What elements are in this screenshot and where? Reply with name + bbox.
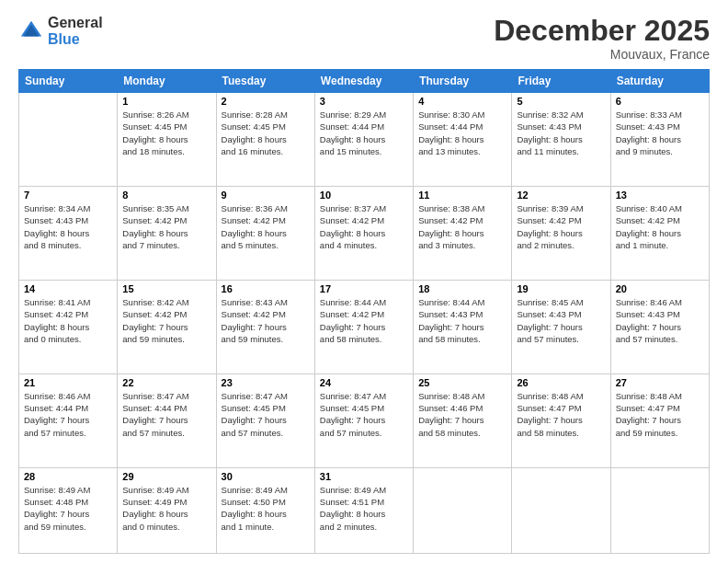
calendar-day-cell: 22Sunrise: 8:47 AM Sunset: 4:44 PM Dayli…: [118, 373, 216, 467]
day-number: 20: [616, 283, 704, 294]
day-number: 27: [616, 377, 704, 388]
logo-general: General: [48, 15, 103, 31]
day-info: Sunrise: 8:39 AM Sunset: 4:42 PM Dayligh…: [517, 202, 605, 251]
day-info: Sunrise: 8:38 AM Sunset: 4:42 PM Dayligh…: [418, 202, 506, 251]
logo: General Blue: [18, 15, 103, 47]
day-info: Sunrise: 8:41 AM Sunset: 4:42 PM Dayligh…: [24, 296, 112, 345]
day-number: 15: [122, 283, 210, 294]
day-number: 16: [222, 283, 310, 294]
calendar-week-row: 7Sunrise: 8:34 AM Sunset: 4:43 PM Daylig…: [19, 187, 710, 281]
day-info: Sunrise: 8:49 AM Sunset: 4:51 PM Dayligh…: [320, 484, 408, 533]
day-number: 21: [24, 377, 112, 388]
day-info: Sunrise: 8:29 AM Sunset: 4:44 PM Dayligh…: [320, 109, 408, 157]
calendar-day-cell: 18Sunrise: 8:44 AM Sunset: 4:43 PM Dayli…: [414, 280, 512, 373]
day-number: 25: [418, 377, 506, 388]
calendar-day-cell: 1Sunrise: 8:26 AM Sunset: 4:45 PM Daylig…: [118, 93, 216, 187]
day-info: Sunrise: 8:45 AM Sunset: 4:43 PM Dayligh…: [517, 296, 605, 345]
weekday-row: SundayMondayTuesdayWednesdayThursdayFrid…: [19, 70, 710, 93]
calendar-day-cell: 5Sunrise: 8:32 AM Sunset: 4:43 PM Daylig…: [512, 93, 610, 187]
calendar-day-cell: 9Sunrise: 8:36 AM Sunset: 4:42 PM Daylig…: [216, 187, 314, 281]
logo-text: General Blue: [48, 15, 103, 47]
logo-icon: [18, 18, 44, 44]
day-number: 18: [418, 283, 506, 294]
calendar-day-cell: 12Sunrise: 8:39 AM Sunset: 4:42 PM Dayli…: [512, 187, 610, 281]
day-info: Sunrise: 8:33 AM Sunset: 4:43 PM Dayligh…: [616, 109, 704, 157]
day-number: 29: [122, 471, 210, 482]
weekday-header: Monday: [118, 70, 216, 93]
calendar-day-cell: 6Sunrise: 8:33 AM Sunset: 4:43 PM Daylig…: [610, 93, 709, 187]
calendar-week-row: 21Sunrise: 8:46 AM Sunset: 4:44 PM Dayli…: [19, 373, 710, 467]
day-number: 7: [24, 190, 112, 201]
calendar-day-cell: 20Sunrise: 8:46 AM Sunset: 4:43 PM Dayli…: [610, 280, 709, 373]
day-info: Sunrise: 8:49 AM Sunset: 4:50 PM Dayligh…: [222, 484, 310, 533]
day-info: Sunrise: 8:48 AM Sunset: 4:47 PM Dayligh…: [517, 390, 605, 439]
calendar-day-cell: 7Sunrise: 8:34 AM Sunset: 4:43 PM Daylig…: [19, 187, 118, 281]
calendar-day-cell: 23Sunrise: 8:47 AM Sunset: 4:45 PM Dayli…: [216, 373, 314, 467]
calendar-day-cell: 11Sunrise: 8:38 AM Sunset: 4:42 PM Dayli…: [414, 187, 512, 281]
calendar-week-row: 1Sunrise: 8:26 AM Sunset: 4:45 PM Daylig…: [19, 93, 710, 187]
calendar-day-cell: [414, 467, 512, 553]
page: General Blue December 2025 Mouvaux, Fran…: [0, 0, 728, 563]
calendar-day-cell: 16Sunrise: 8:43 AM Sunset: 4:42 PM Dayli…: [216, 280, 314, 373]
day-info: Sunrise: 8:40 AM Sunset: 4:42 PM Dayligh…: [616, 202, 704, 251]
day-info: Sunrise: 8:46 AM Sunset: 4:44 PM Dayligh…: [24, 390, 112, 439]
calendar-day-cell: [512, 467, 610, 553]
calendar-body: 1Sunrise: 8:26 AM Sunset: 4:45 PM Daylig…: [19, 93, 710, 554]
day-info: Sunrise: 8:28 AM Sunset: 4:45 PM Dayligh…: [222, 109, 310, 157]
day-info: Sunrise: 8:47 AM Sunset: 4:45 PM Dayligh…: [222, 390, 310, 439]
calendar-day-cell: 10Sunrise: 8:37 AM Sunset: 4:42 PM Dayli…: [314, 187, 413, 281]
day-number: 14: [24, 283, 112, 294]
day-info: Sunrise: 8:46 AM Sunset: 4:43 PM Dayligh…: [616, 296, 704, 345]
day-info: Sunrise: 8:30 AM Sunset: 4:44 PM Dayligh…: [418, 109, 506, 157]
day-info: Sunrise: 8:49 AM Sunset: 4:48 PM Dayligh…: [24, 484, 112, 533]
weekday-header: Sunday: [19, 70, 118, 93]
calendar-day-cell: 29Sunrise: 8:49 AM Sunset: 4:49 PM Dayli…: [118, 467, 216, 553]
calendar-day-cell: [19, 93, 118, 187]
calendar-day-cell: 27Sunrise: 8:48 AM Sunset: 4:47 PM Dayli…: [610, 373, 709, 467]
calendar-day-cell: 8Sunrise: 8:35 AM Sunset: 4:42 PM Daylig…: [118, 187, 216, 281]
calendar-day-cell: 26Sunrise: 8:48 AM Sunset: 4:47 PM Dayli…: [512, 373, 610, 467]
calendar-day-cell: 14Sunrise: 8:41 AM Sunset: 4:42 PM Dayli…: [19, 280, 118, 373]
day-number: 3: [320, 96, 408, 107]
day-info: Sunrise: 8:35 AM Sunset: 4:42 PM Dayligh…: [122, 202, 210, 251]
calendar-day-cell: 28Sunrise: 8:49 AM Sunset: 4:48 PM Dayli…: [19, 467, 118, 553]
month-title: December 2025: [494, 15, 710, 47]
day-info: Sunrise: 8:26 AM Sunset: 4:45 PM Dayligh…: [122, 109, 210, 157]
day-info: Sunrise: 8:32 AM Sunset: 4:43 PM Dayligh…: [517, 109, 605, 157]
calendar-week-row: 28Sunrise: 8:49 AM Sunset: 4:48 PM Dayli…: [19, 467, 710, 553]
calendar-day-cell: 15Sunrise: 8:42 AM Sunset: 4:42 PM Dayli…: [118, 280, 216, 373]
day-info: Sunrise: 8:44 AM Sunset: 4:43 PM Dayligh…: [418, 296, 506, 345]
day-number: 9: [222, 190, 310, 201]
day-number: 31: [320, 471, 408, 482]
logo-blue: Blue: [48, 31, 103, 48]
day-info: Sunrise: 8:48 AM Sunset: 4:46 PM Dayligh…: [418, 390, 506, 439]
calendar-day-cell: 25Sunrise: 8:48 AM Sunset: 4:46 PM Dayli…: [414, 373, 512, 467]
day-info: Sunrise: 8:34 AM Sunset: 4:43 PM Dayligh…: [24, 202, 112, 251]
header: General Blue December 2025 Mouvaux, Fran…: [18, 15, 710, 62]
day-number: 5: [517, 96, 605, 107]
day-number: 10: [320, 190, 408, 201]
calendar-day-cell: [610, 467, 709, 553]
calendar-header: SundayMondayTuesdayWednesdayThursdayFrid…: [19, 70, 710, 93]
calendar-day-cell: 19Sunrise: 8:45 AM Sunset: 4:43 PM Dayli…: [512, 280, 610, 373]
day-number: 2: [222, 96, 310, 107]
day-number: 6: [616, 96, 704, 107]
weekday-header: Saturday: [610, 70, 709, 93]
calendar-day-cell: 13Sunrise: 8:40 AM Sunset: 4:42 PM Dayli…: [610, 187, 709, 281]
day-number: 1: [122, 96, 210, 107]
day-info: Sunrise: 8:49 AM Sunset: 4:49 PM Dayligh…: [122, 484, 210, 533]
calendar-day-cell: 2Sunrise: 8:28 AM Sunset: 4:45 PM Daylig…: [216, 93, 314, 187]
weekday-header: Friday: [512, 70, 610, 93]
day-number: 13: [616, 190, 704, 201]
calendar-table: SundayMondayTuesdayWednesdayThursdayFrid…: [18, 69, 710, 554]
day-number: 26: [517, 377, 605, 388]
day-info: Sunrise: 8:47 AM Sunset: 4:45 PM Dayligh…: [320, 390, 408, 439]
day-number: 24: [320, 377, 408, 388]
day-info: Sunrise: 8:43 AM Sunset: 4:42 PM Dayligh…: [222, 296, 310, 345]
calendar-day-cell: 30Sunrise: 8:49 AM Sunset: 4:50 PM Dayli…: [216, 467, 314, 553]
day-number: 30: [222, 471, 310, 482]
day-info: Sunrise: 8:44 AM Sunset: 4:42 PM Dayligh…: [320, 296, 408, 345]
day-info: Sunrise: 8:37 AM Sunset: 4:42 PM Dayligh…: [320, 202, 408, 251]
day-number: 17: [320, 283, 408, 294]
day-number: 28: [24, 471, 112, 482]
